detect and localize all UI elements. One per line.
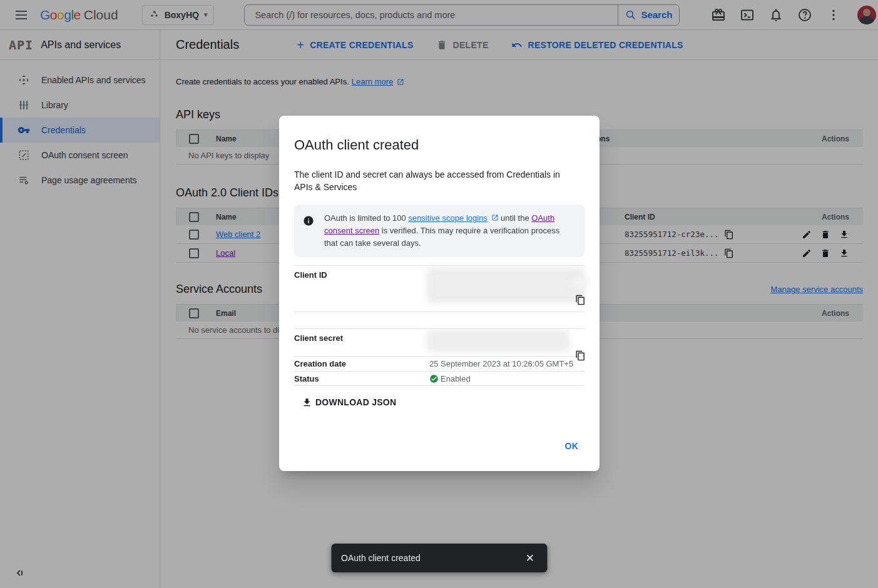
download-json-button[interactable]: DOWNLOAD JSON (294, 392, 396, 413)
client-id-redacted-value (571, 278, 588, 288)
copy-icon[interactable] (575, 295, 586, 305)
row-divider (294, 312, 584, 328)
client-secret-label: Client secret (294, 329, 429, 356)
dialog-subtitle: The client ID and secret can always be a… (294, 168, 569, 193)
client-id-row: Client ID (294, 265, 584, 312)
status-value: Enabled (441, 374, 471, 383)
creation-date-value: 25 September 2023 at 10:26:05 GMT+5 (429, 359, 584, 368)
check-circle-icon (429, 374, 439, 383)
dialog-fields: Client ID Client secret Creation date 25… (294, 265, 584, 386)
close-icon[interactable]: ✕ (519, 547, 541, 570)
client-id-redacted-value (427, 267, 584, 303)
download-icon (302, 397, 312, 408)
sensitive-scope-logins-link[interactable]: sensitive scope logins (408, 213, 487, 223)
info-icon (303, 215, 314, 226)
dialog-title: OAuth client created (294, 137, 584, 153)
status-row: Status Enabled (294, 371, 584, 386)
client-secret-redacted-value (427, 330, 569, 352)
creation-date-label: Creation date (294, 359, 429, 368)
notice-text: until the (499, 213, 532, 223)
oauth-limit-notice: OAuth is limited to 100 sensitive scope … (294, 205, 584, 257)
oauth-client-created-dialog: OAuth client created The client ID and s… (279, 116, 600, 471)
client-secret-row: Client secret (294, 328, 584, 356)
toast-notification: OAuth client created ✕ (331, 544, 547, 572)
external-link-icon (491, 214, 499, 221)
client-id-label: Client ID (294, 266, 429, 312)
toast-message: OAuth client created (341, 553, 519, 563)
creation-date-row: Creation date 25 September 2023 at 10:26… (294, 356, 584, 371)
notice-text: OAuth is limited to 100 (324, 213, 408, 223)
ok-button[interactable]: OK (559, 436, 585, 456)
status-label: Status (294, 374, 429, 383)
